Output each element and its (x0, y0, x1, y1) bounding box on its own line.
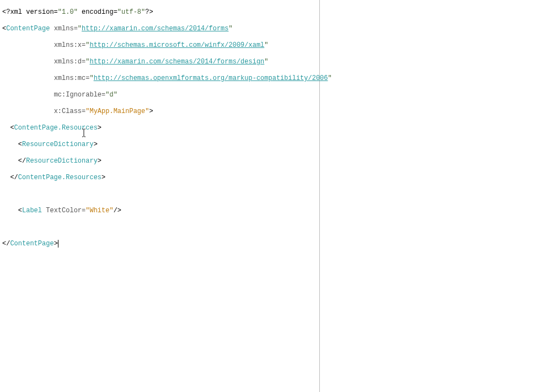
url-link[interactable]: http://schemas.openxmlformats.org/markup… (94, 74, 328, 82)
code-editor[interactable]: <?xml version="1.0" encoding="utf-8"?> <… (0, 0, 320, 392)
code-line: <Label TextColor="White"/> (2, 207, 317, 215)
code-line: xmlns:x="http://schemas.microsoft.com/wi… (2, 41, 317, 50)
url-link[interactable]: http://xamarin.com/schemas/2014/forms/de… (89, 58, 264, 66)
code-line: </ContentPage.Resources> (2, 174, 317, 182)
code-line: <ContentPage.Resources> (2, 124, 317, 132)
code-line: </ResourceDictionary> (2, 157, 317, 165)
url-link[interactable]: http://schemas.microsoft.com/winfx/2009/… (89, 41, 264, 49)
url-link[interactable]: http://xamarin.com/schemas/2014/forms (82, 25, 228, 33)
code-line (2, 223, 317, 232)
code-line: xmlns:d="http://xamarin.com/schemas/2014… (2, 58, 317, 66)
code-line: </ContentPage> (2, 240, 317, 248)
code-line: <ResourceDictionary> (2, 141, 317, 149)
code-line (2, 190, 317, 198)
code-line: <?xml version="1.0" encoding="utf-8"?> (2, 8, 317, 17)
code-line: x:Class="MyApp.MainPage"> (2, 108, 317, 116)
right-panel (320, 0, 557, 392)
code-line: xmlns:mc="http://schemas.openxmlformats.… (2, 74, 317, 83)
code-line: mc:Ignorable="d" (2, 91, 317, 99)
code-line: <ContentPage xmlns="http://xamarin.com/s… (2, 25, 317, 33)
text-caret (58, 240, 58, 248)
